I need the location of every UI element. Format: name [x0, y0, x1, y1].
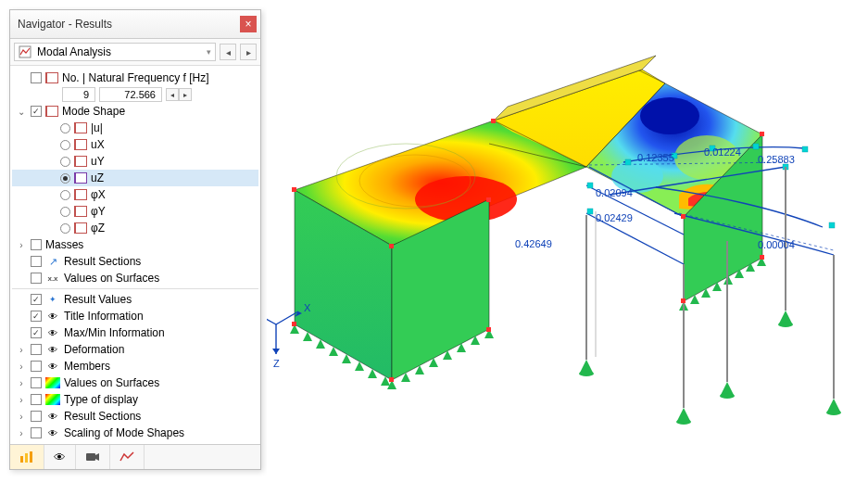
checkbox[interactable]	[31, 427, 42, 438]
chevron-down-icon: ▾	[207, 47, 211, 57]
freq-value-input[interactable]: 72.566	[99, 87, 162, 102]
radio[interactable]	[60, 123, 70, 133]
checkbox[interactable]	[31, 344, 42, 355]
members-row[interactable]: › Members	[12, 358, 258, 374]
scaling-row[interactable]: › Scaling of Mode Shapes	[12, 425, 258, 441]
value-label: 0.02429	[596, 212, 633, 223]
freq-spinner: ◂ ▸	[166, 88, 192, 101]
component-uy-row[interactable]: uY	[12, 153, 258, 170]
checkbox[interactable]	[31, 106, 42, 117]
expander-icon[interactable]: ›	[16, 411, 27, 422]
result-sections-row[interactable]: Result Sections	[12, 253, 258, 270]
svg-rect-36	[389, 377, 394, 382]
maxmin-info-row[interactable]: Max/Min Information	[12, 324, 258, 341]
expander-icon[interactable]: ›	[16, 427, 27, 438]
checkbox[interactable]	[31, 256, 42, 267]
radio[interactable]	[60, 190, 70, 200]
component-uz-row[interactable]: uZ	[12, 170, 258, 186]
probe-icon	[45, 294, 60, 305]
deformation-row[interactable]: › Deformation	[12, 341, 258, 358]
gradient-icon	[45, 377, 60, 388]
mode-shape-row[interactable]: ⌄ Mode Shape	[12, 103, 258, 120]
svg-rect-12	[587, 209, 593, 214]
footer-tab-view[interactable]: 👁	[44, 445, 76, 469]
expander-icon[interactable]: ⌄	[16, 106, 27, 117]
svg-rect-34	[491, 119, 496, 123]
component-phiz-row[interactable]: φZ	[12, 220, 258, 236]
freq-number-input[interactable]: 9	[62, 87, 95, 102]
checkbox[interactable]	[31, 394, 42, 405]
eye-icon	[45, 311, 60, 322]
type-of-display-row[interactable]: › Type of display	[12, 391, 258, 408]
radio[interactable]	[60, 173, 70, 184]
analysis-label: Modal Analysis	[37, 45, 111, 58]
node-icon	[74, 156, 87, 167]
close-button[interactable]: ×	[240, 16, 257, 32]
checkbox[interactable]	[31, 294, 42, 305]
title-info-row[interactable]: Title Information	[12, 308, 258, 324]
svg-rect-33	[486, 197, 491, 202]
footer-tab-camera[interactable]	[76, 445, 110, 469]
checkbox[interactable]	[31, 377, 42, 388]
eye-icon	[45, 327, 60, 338]
radio[interactable]	[60, 157, 70, 167]
svg-line-48	[267, 315, 276, 324]
svg-marker-46	[272, 349, 280, 354]
node-icon	[74, 139, 87, 150]
checkbox[interactable]	[31, 327, 42, 338]
freq-prev-button[interactable]: ◂	[166, 88, 179, 101]
expander-icon[interactable]: ›	[16, 344, 27, 355]
value-label: 0.42649	[515, 238, 552, 249]
next-analysis-button[interactable]: ▸	[240, 44, 257, 60]
svg-rect-40	[681, 298, 686, 303]
masses-row[interactable]: › Masses	[12, 236, 258, 253]
values-on-surfaces2-row[interactable]: › Values on Surfaces	[12, 374, 258, 391]
node-icon	[74, 172, 87, 184]
footer-tab-graph[interactable]	[110, 445, 145, 469]
svg-rect-2	[25, 453, 28, 463]
checkbox[interactable]	[31, 239, 42, 250]
section-icon	[45, 256, 60, 267]
freq-edit-row: 9 72.566 ◂ ▸	[62, 86, 258, 103]
radio[interactable]	[60, 207, 70, 217]
svg-rect-13	[625, 159, 631, 165]
values-icon: x.x	[45, 273, 60, 284]
value-label: 0.25883	[758, 154, 795, 165]
model-viewport[interactable]: X Z 0.12355 0.01224 0.25883 0.02094 0.02…	[267, 0, 868, 495]
expander-icon[interactable]: ›	[16, 361, 27, 372]
component-phiy-row[interactable]: φY	[12, 203, 258, 220]
freq-header-row[interactable]: No. | Natural Frequency f [Hz]	[12, 70, 258, 86]
svg-point-8	[640, 97, 699, 134]
svg-rect-35	[292, 322, 296, 326]
values-on-surfaces-row[interactable]: x.x Values on Surfaces	[12, 270, 258, 286]
footer-tab-results[interactable]	[10, 445, 44, 469]
component-ux-row[interactable]: uX	[12, 136, 258, 153]
svg-text:X: X	[304, 302, 311, 313]
checkbox[interactable]	[31, 411, 42, 422]
expander-icon[interactable]: ›	[16, 239, 27, 250]
analysis-combo[interactable]: Modal Analysis ▾	[14, 43, 216, 61]
freq-next-button[interactable]: ▸	[179, 88, 192, 101]
divider	[12, 288, 258, 289]
radio[interactable]	[60, 223, 70, 234]
prev-analysis-button[interactable]: ◂	[220, 44, 236, 60]
radio[interactable]	[60, 140, 70, 150]
component-phix-row[interactable]: φX	[12, 186, 258, 203]
component-u-row[interactable]: |u|	[12, 120, 258, 136]
svg-point-22	[579, 371, 594, 376]
checkbox[interactable]	[31, 311, 42, 322]
svg-point-30	[826, 410, 841, 415]
expander-icon[interactable]: ›	[16, 377, 27, 388]
analysis-icon	[19, 45, 31, 58]
checkbox[interactable]	[31, 72, 42, 83]
checkbox[interactable]	[31, 361, 42, 372]
svg-point-26	[720, 393, 735, 399]
result-values-row[interactable]: Result Values	[12, 291, 258, 308]
checkbox[interactable]	[31, 273, 42, 284]
expander-icon[interactable]: ›	[16, 394, 27, 405]
svg-rect-37	[486, 327, 491, 332]
analysis-selector-bar: Modal Analysis ▾ ◂ ▸	[10, 39, 260, 66]
eye-icon	[45, 427, 60, 438]
result-sections2-row[interactable]: › Result Sections	[12, 408, 258, 425]
svg-rect-4	[86, 453, 95, 461]
